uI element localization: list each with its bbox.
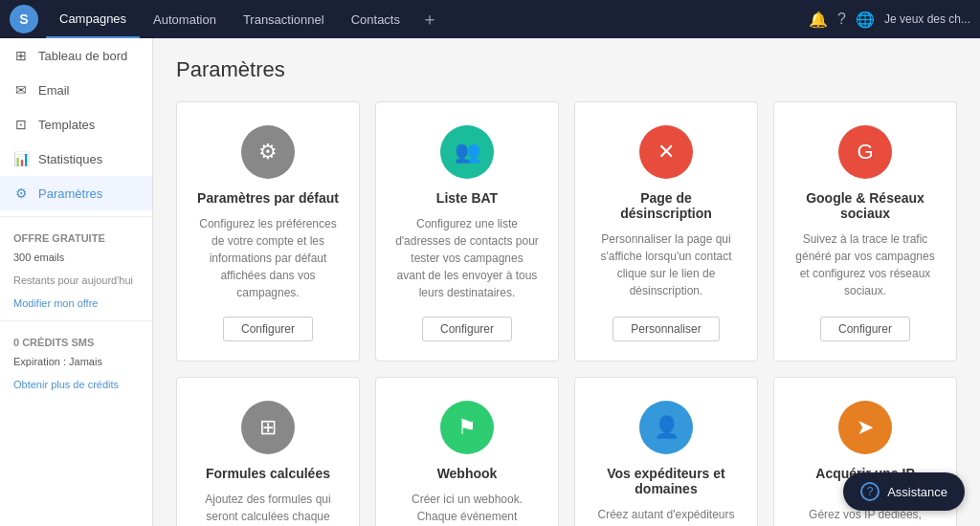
- card-grid-row2: ⊞ Formules calculées Ajoutez des formule…: [176, 377, 957, 526]
- nav-add-icon[interactable]: ＋: [413, 0, 446, 38]
- card-title-expediteurs-domaines: Vos expéditeurs et domaines: [594, 466, 738, 496]
- nav-automation[interactable]: Automation: [140, 0, 230, 38]
- sidebar-divider-2: [0, 320, 152, 321]
- sms-buy-link[interactable]: Obtenir plus de crédits: [13, 379, 119, 390]
- offer-emails: 300 emails: [0, 246, 152, 269]
- offer-modify-link[interactable]: Modifier mon offre: [13, 297, 98, 309]
- card-icon-params-defaut: ⚙: [241, 125, 295, 179]
- sidebar-item-email[interactable]: ✉ Email: [0, 73, 152, 107]
- sidebar-label-templates: Templates: [38, 118, 95, 132]
- nav-campagnes[interactable]: Campagnes: [46, 0, 140, 38]
- card-title-webhook: Webhook: [437, 466, 498, 481]
- card-desc-formules-calculees: Ajoutez des formules qui seront calculée…: [196, 491, 340, 526]
- card-desc-liste-bat: Configurez une liste d'adresses de conta…: [395, 215, 539, 301]
- sms-expiry: Expiration : Jamais: [0, 350, 152, 373]
- app-logo[interactable]: S: [10, 5, 38, 33]
- language-icon[interactable]: 🌐: [856, 11, 875, 29]
- card-liste-bat: 👥 Liste BAT Configurez une liste d'adres…: [375, 101, 559, 362]
- offer-section: Offre GRATUITE: [0, 223, 152, 246]
- card-desc-google-reseaux: Suivez à la trace le trafic généré par v…: [793, 230, 937, 301]
- sidebar-item-statistiques[interactable]: 📊 Statistiques: [0, 142, 152, 176]
- sidebar-item-parametres[interactable]: ⚙ Paramètres: [0, 176, 152, 210]
- card-icon-ip-dediee: ➤: [838, 401, 892, 454]
- card-btn-liste-bat[interactable]: Configurer: [422, 317, 512, 341]
- card-icon-formules-calculees: ⊞: [241, 401, 295, 454]
- templates-icon: ⊡: [13, 117, 29, 132]
- card-desc-webhook: Créer ici un webhook. Chaque événement (…: [395, 491, 539, 526]
- assistance-button[interactable]: ? Assistance: [843, 472, 965, 511]
- card-icon-liste-bat: 👥: [440, 125, 494, 179]
- parametres-icon: ⚙: [13, 186, 29, 201]
- top-navigation: S Campagnes Automation Transactionnel Co…: [0, 0, 980, 38]
- card-grid-row1: ⚙ Paramètres par défaut Configurez les p…: [176, 101, 957, 362]
- card-expediteurs-domaines: 👤 Vos expéditeurs et domaines Créez auta…: [574, 377, 758, 526]
- card-params-defaut: ⚙ Paramètres par défaut Configurez les p…: [176, 101, 360, 362]
- card-title-page-desinscription: Page de désinscription: [594, 190, 738, 221]
- card-desc-params-defaut: Configurez les préférences de votre comp…: [196, 215, 340, 301]
- assistance-label: Assistance: [887, 485, 947, 499]
- card-desc-page-desinscription: Personnaliser la page qui s'affiche lors…: [594, 230, 738, 301]
- nav-contacts[interactable]: Contacts: [338, 0, 413, 38]
- card-btn-google-reseaux[interactable]: Configurer: [820, 317, 910, 341]
- email-icon: ✉: [13, 82, 29, 98]
- card-title-formules-calculees: Formules calculées: [206, 466, 330, 481]
- card-title-google-reseaux: Google & Réseaux sociaux: [793, 190, 937, 221]
- nav-transactionnel[interactable]: Transactionnel: [230, 0, 338, 38]
- offer-modify[interactable]: Modifier mon offre: [0, 292, 152, 315]
- card-page-desinscription: ✕ Page de désinscription Personnaliser l…: [574, 101, 758, 362]
- sidebar: ⊞ Tableau de bord ✉ Email ⊡ Templates 📊 …: [0, 38, 153, 526]
- help-icon[interactable]: ?: [837, 11, 846, 28]
- card-webhook: ⚑ Webhook Créer ici un webhook. Chaque é…: [375, 377, 559, 526]
- card-title-params-defaut: Paramètres par défaut: [197, 190, 339, 206]
- sidebar-label-email: Email: [38, 83, 70, 98]
- card-title-liste-bat: Liste BAT: [436, 190, 498, 206]
- card-icon-page-desinscription: ✕: [639, 125, 693, 179]
- sidebar-item-tableau[interactable]: ⊞ Tableau de bord: [0, 38, 152, 73]
- card-desc-expediteurs-domaines: Créez autant d'expéditeurs dont vous ave…: [594, 506, 738, 526]
- statistiques-icon: 📊: [13, 151, 29, 166]
- sidebar-divider-1: [0, 216, 152, 217]
- sidebar-label-tableau: Tableau de bord: [38, 49, 127, 63]
- user-menu[interactable]: Je veux des ch...: [884, 12, 970, 26]
- card-google-reseaux: G Google & Réseaux sociaux Suivez à la t…: [773, 101, 957, 362]
- card-btn-params-defaut[interactable]: Configurer: [223, 317, 313, 341]
- offer-remaining-label: Restants pour aujourd'hui: [13, 274, 133, 286]
- main-layout: ⊞ Tableau de bord ✉ Email ⊡ Templates 📊 …: [0, 38, 980, 526]
- card-icon-expediteurs-domaines: 👤: [639, 401, 693, 454]
- card-icon-google-reseaux: G: [838, 125, 892, 179]
- notifications-icon[interactable]: 🔔: [809, 11, 828, 29]
- assistance-icon: ?: [860, 482, 880, 501]
- sms-section: 0 Crédits SMS: [0, 327, 152, 350]
- nav-right: 🔔 ? 🌐 Je veux des ch...: [809, 11, 970, 29]
- nav-items: Campagnes Automation Transactionnel Cont…: [46, 0, 809, 38]
- sidebar-item-templates[interactable]: ⊡ Templates: [0, 107, 152, 142]
- sms-expiry-value: Expiration : Jamais: [13, 356, 102, 367]
- offer-emails-value: 300 emails: [13, 252, 64, 263]
- sidebar-label-statistiques: Statistiques: [38, 152, 102, 166]
- offer-remaining: Restants pour aujourd'hui: [0, 269, 152, 292]
- card-btn-page-desinscription[interactable]: Personnaliser: [612, 317, 719, 341]
- tableau-icon: ⊞: [13, 48, 29, 63]
- main-content: Paramètres ⚙ Paramètres par défaut Confi…: [153, 38, 980, 526]
- card-formules-calculees: ⊞ Formules calculées Ajoutez des formule…: [176, 377, 360, 526]
- card-icon-webhook: ⚑: [440, 401, 494, 454]
- page-title: Paramètres: [176, 57, 957, 82]
- sms-buy[interactable]: Obtenir plus de crédits: [0, 373, 152, 396]
- sidebar-label-parametres: Paramètres: [38, 186, 102, 201]
